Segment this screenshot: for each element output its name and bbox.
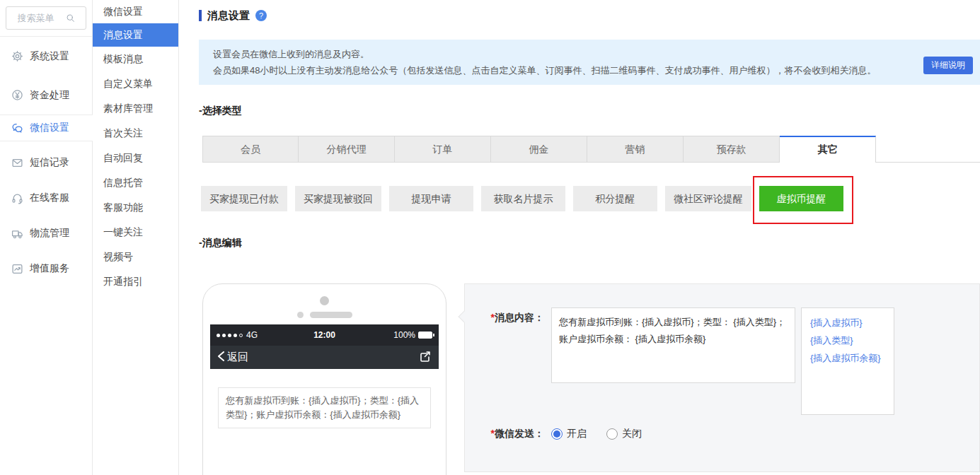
sidebar-item-funds[interactable]: 资金处理 — [0, 76, 92, 115]
type-button-points-reminder[interactable]: 积分提醒 — [573, 186, 657, 211]
tab-prepaid[interactable]: 预存款 — [684, 136, 780, 163]
sidebar-item-label: 短信记录 — [30, 156, 69, 169]
wechat-icon — [11, 122, 23, 134]
sidebar-item-system-settings[interactable]: 系统设置 — [0, 37, 92, 76]
insert-balance-link[interactable]: {插入虚拟币余额} — [810, 349, 885, 367]
signal-strength-icon — [217, 334, 243, 337]
type-button-withdraw-apply[interactable]: 提现申请 — [389, 186, 473, 211]
type-button-withdraw-paid[interactable]: 买家提现已付款 — [201, 186, 287, 211]
wechat-settings-submenu: 微信设置 消息设置 模板消息 自定义菜单 素材库管理 首次关注 自动回复 信息托… — [93, 0, 179, 475]
radio-off[interactable] — [606, 428, 618, 440]
submenu-item-video-account[interactable]: 视频号 — [93, 245, 178, 269]
phone-navbar: 返回 — [210, 346, 439, 369]
tab-commission[interactable]: 佣金 — [491, 136, 587, 163]
type-tabs: 会员 分销代理 订单 佣金 营销 预存款 其它 — [202, 136, 980, 163]
submenu-item-activation-guide[interactable]: 开通指引 — [93, 269, 178, 294]
tab-distribution-agent[interactable]: 分销代理 — [299, 136, 395, 163]
back-button: 返回 — [217, 351, 248, 364]
submenu-item-custom-menu[interactable]: 自定义菜单 — [93, 71, 178, 96]
chart-icon — [11, 263, 23, 275]
notice-line1: 设置会员在微信上收到的消息及内容。 — [213, 46, 913, 62]
phone-statusbar: 4G 12:00 100% — [210, 324, 439, 346]
insert-type-link[interactable]: {插入类型} — [810, 332, 885, 349]
radio-on[interactable] — [551, 428, 563, 440]
battery-icon — [418, 332, 432, 339]
content-label: *消息内容： — [465, 307, 544, 324]
sidebar-item-wechat-settings[interactable]: 微信设置 — [0, 115, 93, 141]
sidebar-item-value-added[interactable]: 增值服务 — [0, 251, 92, 286]
sidebar-item-sms-records[interactable]: 短信记录 — [0, 145, 92, 180]
message-edit-heading: -消息编辑 — [199, 237, 980, 250]
statusbar-right: 100% — [369, 330, 432, 340]
statusbar-left: 4G — [217, 330, 280, 340]
sidebar-item-logistics[interactable]: 物流管理 — [0, 216, 92, 251]
page-header: 消息设置 ? — [199, 8, 980, 23]
type-button-virtual-currency-reminder[interactable]: 虚拟币提醒 — [759, 186, 843, 211]
insert-virtual-currency-link[interactable]: {插入虚拟币} — [810, 314, 885, 332]
clock-label: 12:00 — [280, 330, 369, 340]
tab-member[interactable]: 会员 — [202, 136, 299, 163]
type-button-withdraw-rejected[interactable]: 买家提现被驳回 — [295, 186, 381, 211]
truck-icon — [11, 228, 23, 240]
title-accent-bar — [199, 10, 202, 21]
yen-circle-icon — [11, 89, 23, 101]
send-radio-group: 开启 关闭 — [551, 428, 662, 440]
phone-preview: 4G 12:00 100% 返回 — [202, 283, 446, 475]
primary-sidebar: 系统设置 资金处理 微信设置 短信记录 — [0, 0, 93, 475]
share-icon — [418, 350, 432, 365]
search-input[interactable] — [18, 13, 62, 23]
sidebar-item-label: 微信设置 — [30, 122, 69, 134]
message-content-textarea[interactable]: 您有新虚拟币到账：{插入虚拟币}；类型： {插入类型}；账户虚拟币余额： {插入… — [551, 307, 795, 383]
radio-on-label: 开启 — [567, 428, 587, 440]
highlighted-button-wrap: 虚拟币提醒 — [759, 186, 843, 211]
notice-line2: 会员如果48小时以上没有主动发消息给公众号（包括发送信息、点击自定义菜单、订阅事… — [213, 62, 913, 78]
type-button-community-comment-reminder[interactable]: 微社区评论提醒 — [665, 186, 751, 211]
app-window: 系统设置 资金处理 微信设置 短信记录 — [0, 0, 980, 475]
radio-off-label: 关闭 — [622, 428, 642, 440]
detail-description-button[interactable]: 详细说明 — [923, 57, 973, 74]
wechat-send-row: *微信发送： 开启 关闭 — [465, 428, 979, 440]
back-label: 返回 — [227, 351, 248, 364]
search-icon — [66, 13, 75, 23]
phone-camera-dot — [320, 296, 329, 305]
sidebar-item-label: 在线客服 — [30, 192, 69, 204]
submenu-item-one-key-follow[interactable]: 一键关注 — [93, 220, 178, 245]
submenu-item-info-hosting[interactable]: 信息托管 — [93, 170, 178, 195]
page-title: 消息设置 — [207, 9, 250, 23]
submenu-item-first-follow[interactable]: 首次关注 — [93, 121, 178, 146]
sidebar-item-label: 物流管理 — [30, 227, 69, 240]
carrier-label: 4G — [246, 330, 258, 340]
sidebar-group: 短信记录 在线客服 物流管理 — [0, 141, 92, 286]
wechat-send-label: *微信发送： — [465, 428, 544, 440]
phone-speaker — [203, 312, 446, 318]
tab-order[interactable]: 订单 — [395, 136, 491, 163]
sidebar-item-label: 系统设置 — [30, 50, 69, 63]
help-icon[interactable]: ? — [255, 10, 267, 21]
phone-screen: 4G 12:00 100% 返回 — [210, 324, 439, 428]
content-form-row: *消息内容： 您有新虚拟币到账：{插入虚拟币}；类型： {插入类型}；账户虚拟币… — [465, 307, 979, 415]
insert-variables-box: {插入虚拟币} {插入类型} {插入虚拟币余额} — [801, 307, 894, 415]
gear-icon — [11, 50, 23, 62]
submenu-item-service-function[interactable]: 客服功能 — [93, 195, 178, 220]
battery-percent-label: 100% — [393, 330, 415, 340]
tab-other[interactable]: 其它 — [780, 136, 876, 163]
select-type-heading: -选择类型 — [199, 105, 980, 117]
message-editor: 4G 12:00 100% 返回 — [202, 283, 980, 475]
phone-speaker-bar — [310, 312, 352, 318]
message-form-panel: *消息内容： 您有新虚拟币到账：{插入虚拟币}；类型： {插入类型}；账户虚拟币… — [464, 283, 980, 472]
submenu-item-message-settings[interactable]: 消息设置 — [93, 23, 178, 47]
tab-marketing[interactable]: 营销 — [587, 136, 684, 163]
phone-message-area: 您有新虚拟币到账：{插入虚拟币}；类型：{插入类型}；账户虚拟币余额：{插入虚拟… — [210, 369, 439, 428]
message-preview: 您有新虚拟币到账：{插入虚拟币}；类型：{插入类型}；账户虚拟币余额：{插入虚拟… — [218, 387, 431, 428]
submenu-item-template-message[interactable]: 模板消息 — [93, 47, 178, 71]
submenu-title: 微信设置 — [93, 0, 178, 23]
submenu-item-material-library[interactable]: 素材库管理 — [93, 96, 178, 121]
main-content: 消息设置 ? 设置会员在微信上收到的消息及内容。 会员如果48小时以上没有主动发… — [179, 0, 980, 475]
menu-search-box[interactable] — [6, 6, 86, 30]
type-button-get-card-tip[interactable]: 获取名片提示 — [481, 186, 565, 211]
back-chevron-icon — [217, 351, 225, 364]
submenu-item-auto-reply[interactable]: 自动回复 — [93, 146, 178, 170]
sidebar-item-online-service[interactable]: 在线客服 — [0, 180, 92, 216]
sidebar-item-label: 资金处理 — [30, 89, 69, 102]
message-type-buttons: 买家提现已付款 买家提现被驳回 提现申请 获取名片提示 积分提醒 微社区评论提醒… — [201, 186, 980, 211]
